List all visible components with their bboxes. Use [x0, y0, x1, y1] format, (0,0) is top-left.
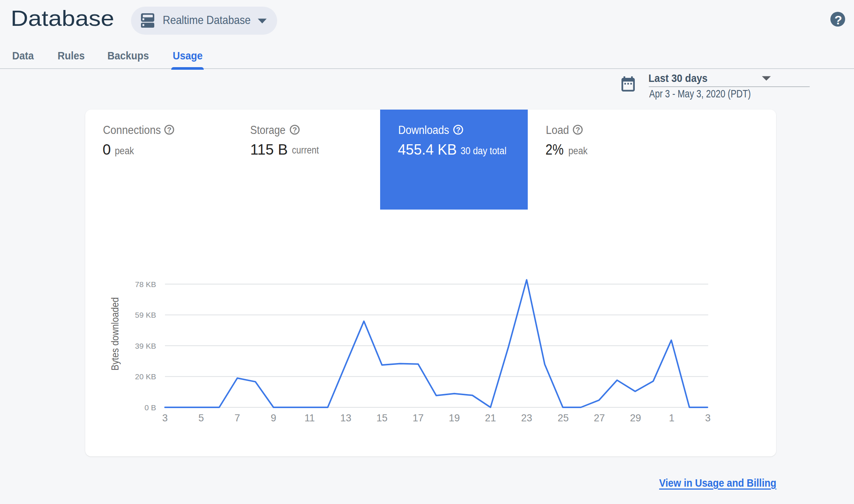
- svg-text:23: 23: [521, 412, 532, 424]
- svg-text:19: 19: [449, 412, 460, 424]
- svg-text:17: 17: [413, 412, 424, 424]
- svg-text:59 KB: 59 KB: [135, 311, 156, 319]
- svg-text:21: 21: [485, 412, 496, 424]
- svg-text:25: 25: [558, 412, 569, 424]
- svg-text:78 KB: 78 KB: [135, 280, 156, 289]
- svg-text:3: 3: [705, 412, 710, 424]
- svg-text:Bytes downloaded: Bytes downloaded: [110, 297, 120, 370]
- svg-text:13: 13: [340, 412, 351, 424]
- svg-text:39 KB: 39 KB: [135, 342, 156, 350]
- svg-text:5: 5: [198, 412, 204, 424]
- svg-text:11: 11: [304, 412, 315, 424]
- svg-text:3: 3: [162, 412, 168, 424]
- svg-text:15: 15: [376, 412, 388, 424]
- svg-text:29: 29: [630, 412, 641, 424]
- svg-text:0 B: 0 B: [144, 403, 156, 412]
- svg-text:1: 1: [669, 412, 674, 424]
- svg-text:20 KB: 20 KB: [135, 372, 156, 381]
- svg-text:9: 9: [271, 412, 276, 424]
- svg-text:7: 7: [234, 412, 240, 424]
- svg-text:27: 27: [594, 412, 605, 424]
